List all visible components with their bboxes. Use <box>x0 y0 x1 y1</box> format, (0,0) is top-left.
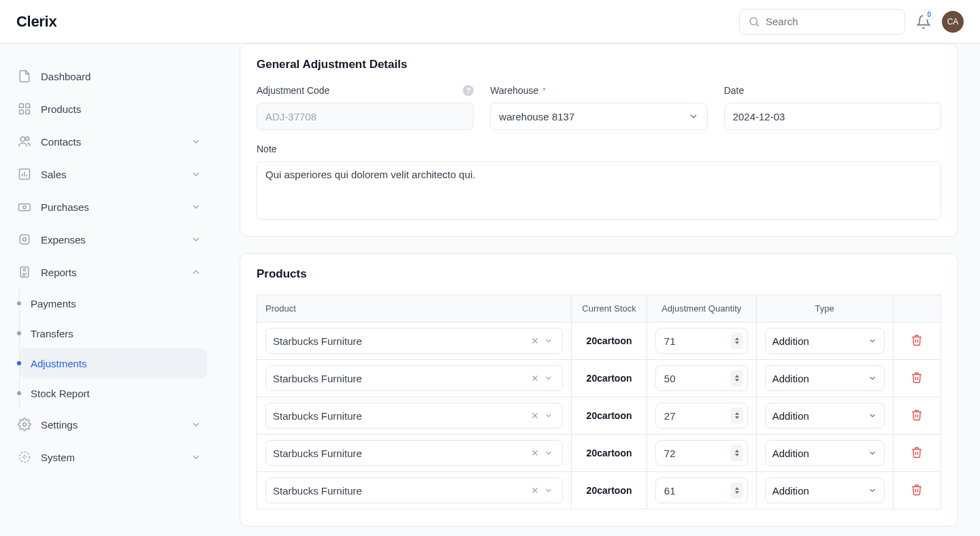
chevron-down-icon <box>868 448 877 458</box>
type-select[interactable]: Addition <box>765 403 885 429</box>
spinner-icon[interactable] <box>731 370 743 386</box>
sidebar-item-reports[interactable]: Reports <box>11 256 207 288</box>
sidebar-item-label: System <box>41 452 191 463</box>
sidebar-item-expenses[interactable]: Expenses <box>11 223 207 256</box>
reports-icon <box>16 264 33 280</box>
card-title: General Adjustment Details <box>257 58 941 71</box>
warehouse-select[interactable]: warehouse 8137 <box>490 103 707 130</box>
notifications-button[interactable]: 0 <box>916 14 931 29</box>
chevron-down-icon <box>542 336 555 346</box>
search-icon <box>748 16 766 28</box>
type-select[interactable]: Addition <box>765 328 885 354</box>
quantity-stepper[interactable]: 72 <box>655 440 748 466</box>
delete-button[interactable] <box>911 409 923 421</box>
spinner-icon[interactable] <box>731 333 743 349</box>
quantity-stepper[interactable]: 50 <box>655 365 748 391</box>
gear-icon <box>16 416 33 433</box>
current-stock: 20cartoon <box>587 485 632 496</box>
col-qty: Adjustment Quantity <box>647 295 756 322</box>
sidebar-item-products[interactable]: Products <box>11 93 207 125</box>
table-row: Starbucks Furniture 20cartoon 27 Additio… <box>257 397 941 435</box>
search-input[interactable] <box>766 16 896 27</box>
products-card: Products Product Current Stock Adjustmen… <box>240 253 958 526</box>
col-product: Product <box>257 295 572 322</box>
note-textarea[interactable]: Qui asperiores qui dolorem velit archite… <box>257 161 941 220</box>
users-icon <box>16 133 33 150</box>
close-icon[interactable] <box>528 336 542 346</box>
quantity-stepper[interactable]: 61 <box>655 478 748 503</box>
current-stock: 20cartoon <box>587 373 632 384</box>
system-icon <box>16 449 33 465</box>
date-input[interactable]: 2024-12-03 <box>724 103 941 130</box>
close-icon[interactable] <box>528 411 542 420</box>
spinner-icon[interactable] <box>731 407 743 424</box>
warehouse-label: Warehouse <box>490 85 538 96</box>
adjustment-code-group: Adjustment Code ? ADJ-37708 <box>257 85 474 130</box>
product-select[interactable]: Starbucks Furniture <box>265 365 563 391</box>
delete-button[interactable] <box>911 334 923 346</box>
adjustment-code-input[interactable]: ADJ-37708 <box>257 103 474 130</box>
sidebar-item-label: Contacts <box>41 136 191 148</box>
quantity-stepper[interactable]: 27 <box>655 403 748 429</box>
close-icon[interactable] <box>528 486 542 495</box>
brand-logo[interactable]: Clerix <box>16 13 56 31</box>
sidebar-sub-adjustments[interactable]: Adjustments <box>20 348 207 378</box>
close-icon[interactable] <box>528 373 542 383</box>
product-select[interactable]: Starbucks Furniture <box>265 328 563 354</box>
sidebar-item-settings[interactable]: Settings <box>11 408 207 441</box>
sidebar-item-contacts[interactable]: Contacts <box>11 125 207 158</box>
product-select[interactable]: Starbucks Furniture <box>265 440 563 466</box>
svg-rect-2 <box>20 104 24 108</box>
table-row: Starbucks Furniture 20cartoon 72 Additio… <box>257 435 941 472</box>
quantity-stepper[interactable]: 71 <box>655 328 748 354</box>
sidebar-sub-payments[interactable]: Payments <box>20 288 207 318</box>
document-icon <box>16 68 33 84</box>
sidebar-sub-transfers[interactable]: Transfers <box>20 318 207 348</box>
sidebar-item-label: Adjustments <box>31 358 201 369</box>
header: Clerix 0 CA <box>0 0 980 44</box>
main-content: General Adjustment Details Adjustment Co… <box>218 44 980 536</box>
chevron-down-icon <box>191 201 201 212</box>
delete-button[interactable] <box>911 484 923 496</box>
type-select[interactable]: Addition <box>765 478 885 503</box>
close-icon[interactable] <box>528 448 542 458</box>
search-box[interactable] <box>739 9 905 35</box>
help-icon[interactable]: ? <box>463 85 474 96</box>
warehouse-group: Warehouse* warehouse 8137 <box>490 85 707 130</box>
chevron-down-icon <box>191 234 201 245</box>
svg-rect-3 <box>26 104 30 108</box>
type-select[interactable]: Addition <box>765 440 885 466</box>
type-select[interactable]: Addition <box>765 365 885 391</box>
note-label: Note <box>257 144 277 154</box>
chevron-down-icon <box>191 452 201 463</box>
chevron-down-icon <box>191 136 201 147</box>
svg-point-7 <box>26 137 29 140</box>
sidebar-item-system[interactable]: System <box>11 441 207 473</box>
svg-point-0 <box>750 18 757 25</box>
table-row: Starbucks Furniture 20cartoon 50 Additio… <box>257 360 941 397</box>
svg-rect-5 <box>20 110 24 114</box>
sidebar-item-dashboard[interactable]: Dashboard <box>11 60 207 93</box>
date-group: Date 2024-12-03 <box>724 85 941 130</box>
chevron-down-icon <box>542 448 555 458</box>
sidebar: Dashboard Products Contacts <box>0 44 218 536</box>
sidebar-item-label: Dashboard <box>41 71 201 82</box>
product-select[interactable]: Starbucks Furniture <box>265 478 563 503</box>
sidebar-item-label: Stock Report <box>31 388 201 399</box>
current-stock: 20cartoon <box>587 448 632 458</box>
product-select[interactable]: Starbucks Furniture <box>265 403 563 429</box>
sidebar-item-sales[interactable]: Sales <box>11 158 207 190</box>
avatar[interactable]: CA <box>942 11 964 33</box>
card-title: Products <box>257 267 941 281</box>
delete-button[interactable] <box>911 446 923 458</box>
sidebar-item-purchases[interactable]: Purchases <box>11 190 207 223</box>
delete-button[interactable] <box>911 371 923 384</box>
spinner-icon[interactable] <box>731 445 743 461</box>
svg-point-21 <box>20 452 30 463</box>
sidebar-item-label: Settings <box>41 419 191 431</box>
spinner-icon[interactable] <box>731 482 743 499</box>
grid-icon <box>16 101 33 117</box>
svg-point-15 <box>23 238 27 241</box>
chevron-down-icon <box>868 411 877 420</box>
sidebar-sub-stock-report[interactable]: Stock Report <box>20 378 207 408</box>
